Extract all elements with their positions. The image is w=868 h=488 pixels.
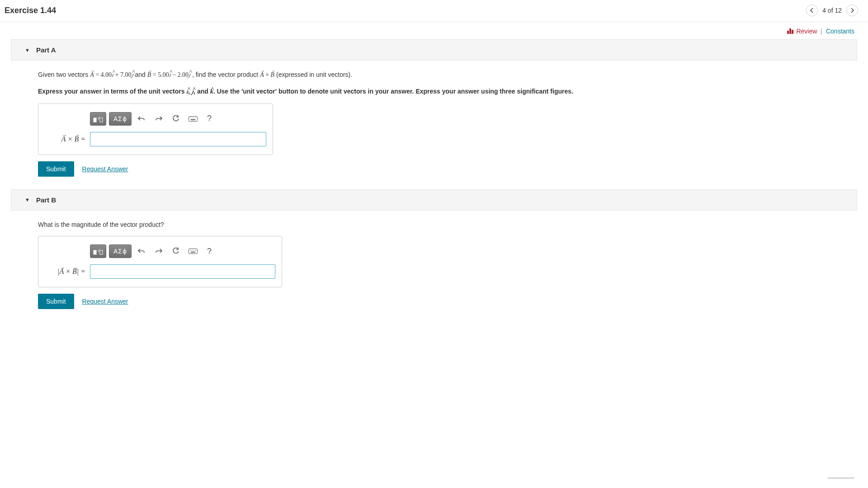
undo-button[interactable] (134, 112, 149, 126)
part-b-body: What is the magnitude of the vector prod… (14, 211, 854, 322)
next-button[interactable] (846, 5, 858, 16)
review-label: Review (796, 28, 817, 35)
part-a-eq-label: A × B = (45, 135, 85, 143)
svg-point-4 (190, 117, 191, 118)
greek-button[interactable]: ΑΣϕ (109, 244, 132, 258)
templates-button[interactable]: √ (90, 112, 106, 126)
keyboard-button[interactable] (186, 112, 200, 126)
svg-rect-2 (100, 118, 103, 122)
part-b-eq-label: |A × B| = (45, 267, 85, 276)
exercise-title: Exercise 1.44 (5, 6, 56, 15)
keyboard-icon (189, 249, 198, 254)
part-b-toolbar: √ ΑΣϕ ? (90, 244, 275, 258)
part-a-button-row: Submit Request Answer (38, 161, 841, 177)
keyboard-button[interactable] (186, 244, 200, 258)
q-text-seg: + 7.00 (113, 71, 131, 78)
instr-seg: , and (193, 88, 210, 95)
redo-button[interactable] (151, 112, 166, 126)
part-b-button-row: Submit Request Answer (38, 294, 841, 309)
q-text-seg: (expressed in unit vectors). (276, 71, 352, 78)
greek-button[interactable]: ΑΣϕ (109, 112, 132, 126)
q-text-seg: = 5.00 (151, 71, 169, 78)
svg-rect-17 (191, 252, 195, 253)
chevron-right-icon (850, 8, 854, 13)
vec-a: A (61, 135, 66, 143)
q-text-seg: , find the vector product (192, 71, 260, 78)
svg-point-6 (193, 117, 194, 118)
part-b-title: Part B (36, 196, 56, 204)
svg-rect-11 (100, 250, 103, 254)
part-a-eq-row: A × B = (45, 132, 266, 146)
eq-seg: × (66, 135, 75, 143)
review-link[interactable]: Review (787, 28, 817, 35)
svg-text:√: √ (97, 248, 100, 253)
help-button[interactable]: ? (203, 244, 216, 258)
part-a-header: ▼ Part A (11, 39, 857, 61)
undo-icon (138, 248, 145, 254)
part-b-answer-box: √ ΑΣϕ ? (38, 236, 282, 287)
progress-text: 4 of 12 (822, 7, 842, 14)
svg-point-16 (195, 250, 196, 251)
instr-seg: Express your answer in terms of the unit… (38, 88, 186, 95)
templates-icon: √ (93, 248, 103, 255)
svg-point-15 (193, 250, 194, 251)
svg-rect-0 (94, 118, 96, 122)
request-answer-link[interactable]: Request Answer (82, 165, 128, 173)
q-text-seg: = 4.00 (94, 71, 112, 78)
reset-icon (172, 115, 179, 122)
prev-button[interactable] (806, 5, 818, 16)
part-b-eq-row: |A × B| = (45, 264, 275, 279)
templates-icon: √ (93, 115, 103, 122)
submit-button[interactable]: Submit (38, 161, 74, 177)
redo-icon (155, 248, 162, 254)
footer-scroll-indicator (827, 477, 854, 479)
collapse-icon[interactable]: ▼ (25, 47, 30, 53)
reset-icon (172, 248, 179, 255)
request-answer-link[interactable]: Request Answer (82, 298, 128, 305)
undo-icon (138, 116, 145, 122)
submit-button[interactable]: Submit (38, 294, 74, 309)
constants-link[interactable]: Constants (826, 28, 854, 35)
templates-button[interactable]: √ (90, 244, 106, 258)
vec-b: B (72, 267, 77, 276)
q-text-seg: − 2.00 (171, 71, 189, 78)
svg-point-5 (192, 117, 193, 118)
instr-seg: . Use the 'unit vector' button to denote… (213, 88, 573, 95)
sub-bar: Review | Constants (0, 22, 868, 39)
svg-text:√: √ (97, 116, 100, 121)
svg-rect-3 (189, 116, 198, 121)
svg-point-13 (190, 250, 191, 251)
part-a-title: Part A (36, 46, 56, 54)
nav-group: 4 of 12 (806, 5, 858, 16)
q-text-seg: Given two vectors (38, 71, 90, 78)
review-icon (787, 28, 793, 34)
part-a-answer-input[interactable] (90, 132, 266, 146)
chevron-left-icon (810, 8, 814, 13)
q-text-seg: and (135, 71, 147, 78)
reset-button[interactable] (169, 112, 183, 126)
svg-rect-9 (94, 250, 96, 254)
keyboard-icon (189, 116, 198, 122)
svg-rect-12 (189, 249, 198, 254)
help-button[interactable]: ? (203, 112, 216, 126)
top-bar: Exercise 1.44 4 of 12 (0, 0, 868, 22)
reset-button[interactable] (169, 244, 183, 258)
part-b-answer-input[interactable] (90, 264, 275, 279)
part-a-body: Given two vectors A = 4.00𝚤 + 7.00𝚥 and … (14, 61, 854, 189)
vec-b: B (74, 135, 79, 143)
undo-button[interactable] (134, 244, 149, 258)
part-b-question: What is the magnitude of the vector prod… (38, 220, 841, 230)
vec-a: A (59, 267, 64, 276)
collapse-icon[interactable]: ▼ (25, 197, 30, 202)
part-b-header: ▼ Part B (11, 189, 857, 211)
redo-icon (155, 116, 162, 122)
redo-button[interactable] (151, 244, 166, 258)
divider: | (821, 28, 822, 35)
svg-point-14 (192, 250, 193, 251)
part-a-answer-box: √ ΑΣϕ ? (38, 103, 273, 155)
part-a-question: Given two vectors A = 4.00𝚤 + 7.00𝚥 and … (38, 70, 841, 80)
part-a-instruction: Express your answer in terms of the unit… (38, 86, 841, 97)
part-a-toolbar: √ ΑΣϕ ? (90, 112, 266, 126)
svg-rect-8 (191, 119, 195, 120)
svg-point-7 (195, 117, 196, 118)
